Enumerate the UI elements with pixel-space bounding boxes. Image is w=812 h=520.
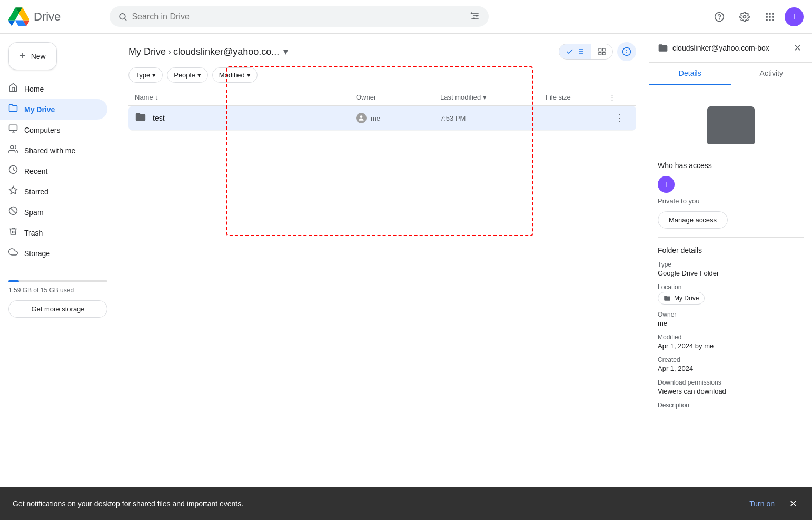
help-button[interactable]	[709, 6, 730, 27]
divider	[658, 237, 804, 238]
sidebar-item-recent[interactable]: Recent	[0, 161, 107, 181]
panel-content: Who has access I Private to you Manage a…	[649, 85, 812, 520]
right-panel: cloudslinker@yahoo.com-box ✕ Details Act…	[649, 34, 812, 520]
sort-modified-icon: ▾	[483, 93, 487, 101]
app-title: Drive	[34, 10, 61, 24]
sidebar-item-label-trash: Trash	[24, 229, 43, 237]
svg-line-28	[11, 208, 16, 214]
storage-icon	[8, 247, 18, 259]
list-view-button[interactable]	[559, 44, 591, 59]
folder-preview-img	[707, 106, 755, 144]
location-drive-icon	[664, 295, 671, 302]
svg-rect-12	[766, 13, 768, 14]
info-icon	[622, 47, 631, 56]
owner-name: me	[371, 114, 380, 122]
tab-details[interactable]: Details	[649, 63, 731, 85]
folder-icon	[135, 111, 146, 125]
sidebar-item-mydrive[interactable]: My Drive	[0, 99, 107, 120]
mydrive-icon	[8, 103, 18, 115]
sidebar-item-spam[interactable]: Spam	[0, 202, 107, 222]
location-chip[interactable]: My Drive	[658, 292, 705, 305]
svg-line-1	[125, 18, 126, 20]
sidebar-item-starred[interactable]: Starred	[0, 181, 107, 202]
recent-icon	[8, 165, 18, 177]
computers-icon	[8, 124, 18, 136]
list-icon	[576, 47, 585, 56]
tab-activity[interactable]: Activity	[731, 63, 813, 85]
settings-button[interactable]	[734, 6, 755, 27]
svg-point-11	[744, 15, 746, 18]
table-header: Name ↓ Owner Last modified ▾ File size ⋮	[128, 89, 636, 106]
starred-icon	[8, 185, 18, 198]
sidebar-item-storage[interactable]: Storage	[0, 243, 107, 263]
breadcrumb-dropdown-icon[interactable]: ▾	[283, 46, 288, 57]
user-avatar[interactable]: I	[785, 7, 804, 26]
modified-filter[interactable]: Modified ▾	[212, 67, 258, 83]
modified-detail-label: Modified	[658, 333, 804, 341]
logo-area: Drive	[8, 6, 103, 27]
details-section: Folder details Type Google Drive Folder …	[658, 246, 804, 409]
location-value: My Drive	[658, 292, 804, 305]
header-actions	[559, 42, 636, 61]
col-modified-label: Last modified	[440, 93, 481, 101]
sidebar-item-home[interactable]: Home	[0, 79, 107, 99]
location-value-text: My Drive	[674, 295, 699, 302]
filter-bar: Type ▾ People ▾ Modified ▾	[116, 61, 649, 89]
main-layout: + New Home My Drive	[0, 34, 812, 520]
trash-icon	[8, 227, 18, 239]
created-label: Created	[658, 356, 804, 364]
sidebar-item-computers[interactable]: Computers	[0, 120, 107, 140]
turn-on-button[interactable]: Turn on	[745, 497, 779, 510]
modified-filter-label: Modified	[219, 71, 245, 79]
get-storage-button[interactable]: Get more storage	[8, 300, 107, 318]
new-button[interactable]: + New	[8, 42, 57, 70]
sidebar-item-label-mydrive: My Drive	[24, 105, 55, 114]
panel-folder-icon	[658, 43, 668, 53]
svg-rect-21	[9, 125, 17, 131]
notification-close-button[interactable]: ✕	[787, 496, 799, 512]
svg-rect-20	[772, 19, 774, 21]
breadcrumb-root[interactable]: My Drive	[128, 46, 166, 57]
topbar-right: I	[709, 6, 804, 27]
search-tune-icon[interactable]	[470, 11, 480, 23]
storage-bar-bg	[8, 280, 107, 282]
apps-button[interactable]	[759, 6, 780, 27]
access-user-avatar: I	[658, 176, 675, 193]
download-label: Download permissions	[658, 379, 804, 386]
manage-access-button[interactable]: Manage access	[658, 211, 728, 229]
svg-marker-26	[9, 187, 17, 194]
access-section: Who has access I Private to you Manage a…	[658, 161, 804, 229]
file-more-options[interactable]: ⋮	[609, 110, 630, 126]
type-value: Google Drive Folder	[658, 269, 804, 277]
panel-close-button[interactable]: ✕	[791, 40, 804, 56]
info-button[interactable]	[617, 42, 636, 61]
search-bar[interactable]	[110, 6, 489, 27]
svg-point-24	[11, 145, 14, 149]
owner-label: Owner	[658, 311, 804, 318]
download-value: Viewers can download	[658, 387, 804, 395]
more-button[interactable]: ⋮	[612, 110, 626, 126]
svg-point-6	[476, 15, 478, 16]
col-more-header[interactable]: ⋮	[609, 93, 630, 101]
breadcrumb-separator: ›	[168, 46, 171, 57]
col-modified-header[interactable]: Last modified ▾	[440, 93, 546, 101]
sidebar-item-trash[interactable]: Trash	[0, 222, 107, 243]
modified-detail-value: Apr 1, 2024 by me	[658, 342, 804, 350]
file-table: Name ↓ Owner Last modified ▾ File size ⋮	[116, 89, 649, 520]
search-input[interactable]	[132, 12, 466, 22]
topbar: Drive	[0, 0, 812, 34]
sidebar-item-label-computers: Computers	[24, 126, 60, 134]
owner-avatar-icon	[356, 113, 367, 123]
location-label: Location	[658, 283, 804, 291]
people-filter[interactable]: People ▾	[167, 67, 207, 83]
sidebar-item-label-home: Home	[24, 85, 44, 93]
sidebar-item-shared[interactable]: Shared with me	[0, 140, 107, 161]
table-row[interactable]: test me 7:53 PM — ⋮	[128, 106, 636, 131]
grid-view-button[interactable]	[591, 44, 612, 59]
private-text: Private to you	[658, 197, 804, 205]
people-dropdown-icon: ▾	[197, 71, 201, 79]
content-header: My Drive › cloudslinker@yahoo.co... ▾	[116, 34, 649, 61]
col-name-header[interactable]: Name ↓	[135, 93, 356, 101]
plus-icon: +	[19, 50, 26, 62]
type-filter[interactable]: Type ▾	[128, 67, 163, 83]
